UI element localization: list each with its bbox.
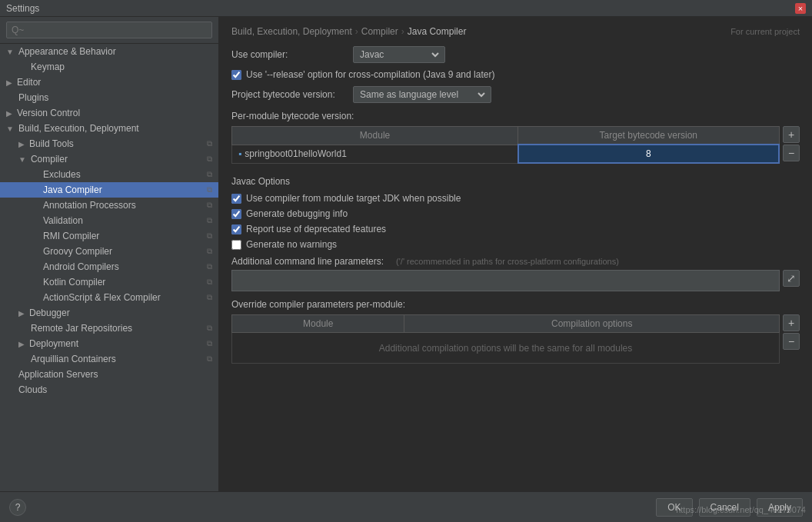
sidebar-item-label: Version Control xyxy=(17,108,80,118)
sidebar-item-editor[interactable]: ▶Editor xyxy=(0,75,218,90)
bytecode-select[interactable]: Same as language level 8 11 xyxy=(357,88,488,101)
breadcrumb-part1: Build, Execution, Deployment xyxy=(231,26,352,37)
chevron-icon: ▼ xyxy=(6,125,14,133)
javac-option-row: Generate debugging info xyxy=(231,208,800,219)
per-module-label: Per-module bytecode version: xyxy=(231,111,800,121)
chevron-icon: ▶ xyxy=(6,109,12,118)
copy-icon: ⧉ xyxy=(207,354,212,364)
sidebar-item-label: Groovy Compiler xyxy=(43,246,112,257)
additional-params-hint: ('/' recommended in paths for cross-plat… xyxy=(396,257,619,266)
compilation-empty-text: Additional compilation options will be t… xyxy=(232,333,780,364)
copy-icon: ⧉ xyxy=(207,216,212,225)
override-section: Override compiler parameters per-module:… xyxy=(231,299,800,364)
sidebar-item-clouds[interactable]: Clouds xyxy=(0,382,218,397)
chevron-icon: ▼ xyxy=(18,155,26,164)
sidebar-item-debugger[interactable]: ▶Debugger xyxy=(0,305,218,321)
sidebar-item-label: Arquillian Containers xyxy=(31,354,116,364)
sidebar-item-label: Kotlin Compiler xyxy=(43,277,105,288)
sidebar-item-groovy-compiler[interactable]: Groovy Compiler⧉ xyxy=(0,244,218,259)
sidebar: ▼Appearance & BehaviorKeymap▶EditorPlugi… xyxy=(0,17,219,491)
sidebar-item-java-compiler[interactable]: Java Compiler⧉ xyxy=(0,182,218,198)
add-module-button[interactable]: + xyxy=(783,126,800,143)
sidebar-item-build-exec-deploy[interactable]: ▼Build, Execution, Deployment xyxy=(0,121,218,136)
compilation-table-buttons: + − xyxy=(783,314,800,364)
close-button[interactable]: × xyxy=(795,3,806,14)
bytecode-select-wrap[interactable]: Same as language level 8 11 xyxy=(353,86,491,103)
compilation-table: Module Compilation options Additional co… xyxy=(231,314,780,364)
sidebar-item-keymap[interactable]: Keymap xyxy=(0,59,218,75)
expand-params-button[interactable]: ⤢ xyxy=(783,270,800,287)
javac-option-checkbox[interactable] xyxy=(231,224,241,234)
sidebar-item-remote-jar[interactable]: Remote Jar Repositories⧉ xyxy=(0,321,218,336)
project-bytecode-row: Project bytecode version: Same as langua… xyxy=(231,86,800,103)
title-bar: Settings × xyxy=(0,0,812,17)
close-icon: × xyxy=(798,4,803,13)
compilation-module-header: Module xyxy=(232,315,404,333)
sidebar-item-label: Appearance & Behavior xyxy=(18,46,116,57)
javac-option-label: Generate debugging info xyxy=(246,208,348,219)
sidebar-item-arquillian[interactable]: Arquillian Containers⧉ xyxy=(0,351,218,367)
copy-icon: ⧉ xyxy=(207,185,212,195)
sidebar-item-app-servers[interactable]: Application Servers xyxy=(0,367,218,382)
sidebar-item-label: Annotation Processors xyxy=(43,200,136,211)
sidebar-item-validation[interactable]: Validation⧉ xyxy=(0,213,218,228)
sidebar-item-label: Debugger xyxy=(29,308,70,318)
javac-option-row: Use compiler from module target JDK when… xyxy=(231,193,800,204)
breadcrumb-part3: Java Compiler xyxy=(408,26,467,37)
additional-params-input[interactable] xyxy=(231,270,780,291)
sidebar-item-label: Keymap xyxy=(31,62,65,72)
sidebar-item-label: RMI Compiler xyxy=(43,231,99,241)
javac-option-checkbox[interactable] xyxy=(231,194,241,204)
sidebar-item-plugins[interactable]: Plugins xyxy=(0,90,218,105)
sidebar-item-android-compilers[interactable]: Android Compilers⧉ xyxy=(0,259,218,274)
sidebar-item-label: Compiler xyxy=(31,154,68,165)
sidebar-item-label: Editor xyxy=(17,77,41,88)
version-col-header: Target bytecode version xyxy=(518,127,779,145)
breadcrumb-part2: Compiler xyxy=(361,26,398,37)
additional-params-row: Additional command line parameters: ('/'… xyxy=(231,256,800,267)
copy-icon: ⧉ xyxy=(207,231,212,241)
override-label: Override compiler parameters per-module: xyxy=(231,299,800,310)
search-input[interactable] xyxy=(6,22,212,38)
use-release-label: Use '--release' option for cross-compila… xyxy=(246,69,494,80)
compiler-select[interactable]: Javac Eclipse xyxy=(357,48,441,61)
remove-module-button[interactable]: − xyxy=(783,145,800,161)
compilation-options-header: Compilation options xyxy=(404,315,780,333)
help-icon: ? xyxy=(15,502,21,513)
watermark: https://blog.csdn.net/qq_43270074 xyxy=(676,505,806,514)
sidebar-item-rmi-compiler[interactable]: RMI Compiler⧉ xyxy=(0,228,218,244)
sidebar-item-label: Application Servers xyxy=(18,369,98,380)
sidebar-item-build-tools[interactable]: ▶Build Tools⧉ xyxy=(0,136,218,151)
compilation-empty-row: Additional compilation options will be t… xyxy=(232,333,780,364)
sidebar-item-excludes[interactable]: Excludes⧉ xyxy=(0,167,218,182)
compiler-select-wrap[interactable]: Javac Eclipse xyxy=(353,46,445,63)
sidebar-item-annotation-processors[interactable]: Annotation Processors⧉ xyxy=(0,198,218,213)
sidebar-item-kotlin-compiler[interactable]: Kotlin Compiler⧉ xyxy=(0,274,218,290)
chevron-icon: ▶ xyxy=(18,340,25,348)
breadcrumb: Build, Execution, Deployment › Compiler … xyxy=(231,26,800,37)
chevron-icon: ▶ xyxy=(6,78,12,87)
sidebar-item-label: ActionScript & Flex Compiler xyxy=(43,292,161,303)
use-release-checkbox[interactable] xyxy=(231,70,241,80)
per-module-section: Per-module bytecode version: Module Targ… xyxy=(231,111,800,164)
module-table: Module Target bytecode version ▪springbo… xyxy=(231,126,780,164)
help-button[interactable]: ? xyxy=(9,499,26,516)
breadcrumb-sep2: › xyxy=(401,26,404,37)
copy-icon: ⧉ xyxy=(207,155,212,164)
sidebar-item-appearance-behavior[interactable]: ▼Appearance & Behavior xyxy=(0,44,218,59)
sidebar-item-actionscript-flex[interactable]: ActionScript & Flex Compiler⧉ xyxy=(0,290,218,305)
sidebar-item-compiler[interactable]: ▼Compiler⧉ xyxy=(0,151,218,167)
javac-option-checkbox[interactable] xyxy=(231,209,241,219)
copy-icon: ⧉ xyxy=(207,278,212,287)
copy-icon: ⧉ xyxy=(207,324,212,333)
remove-compilation-button[interactable]: − xyxy=(783,333,800,350)
sidebar-item-version-control[interactable]: ▶Version Control xyxy=(0,105,218,121)
copy-icon: ⧉ xyxy=(207,201,212,210)
sidebar-item-deployment[interactable]: ▶Deployment⧉ xyxy=(0,336,218,351)
sidebar-item-label: Remote Jar Repositories xyxy=(31,323,132,334)
javac-option-label: Report use of deprecated features xyxy=(246,224,386,234)
add-compilation-button[interactable]: + xyxy=(783,314,800,331)
javac-option-checkbox[interactable] xyxy=(231,240,241,250)
breadcrumb-sep1: › xyxy=(355,26,358,37)
copy-icon: ⧉ xyxy=(207,247,212,256)
